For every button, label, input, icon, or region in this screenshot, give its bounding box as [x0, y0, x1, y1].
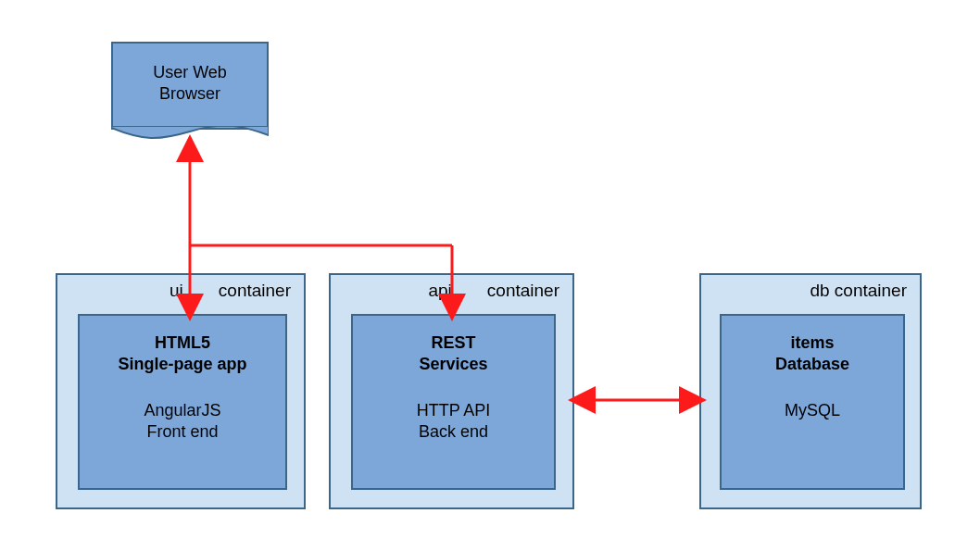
db-sub-line1: MySQL: [722, 400, 903, 421]
container-db: db container items Database MySQL: [699, 273, 922, 509]
browser-label-line1: User Web: [113, 62, 267, 83]
container-api-label: api container: [331, 275, 572, 301]
api-title-line2: Services: [353, 354, 554, 375]
architecture-diagram: User Web Browser ui container HTML5 Sing…: [0, 0, 980, 551]
container-db-label: db container: [701, 275, 920, 301]
container-db-inner: items Database MySQL: [720, 314, 905, 490]
ui-title-line2: Single-page app: [80, 354, 285, 375]
container-ui-label: ui container: [57, 275, 304, 301]
container-ui: ui container HTML5 Single-page app Angul…: [56, 273, 306, 509]
container-ui-inner: HTML5 Single-page app AngularJS Front en…: [78, 314, 287, 490]
container-api: api container REST Services HTTP API Bac…: [329, 273, 574, 509]
node-user-web-browser: User Web Browser: [111, 42, 269, 130]
db-title-line2: Database: [722, 354, 903, 375]
api-title-line1: REST: [353, 332, 554, 354]
ui-sub-line2: Front end: [80, 421, 285, 443]
api-sub-line1: HTTP API: [353, 400, 554, 421]
api-sub-line2: Back end: [353, 421, 554, 443]
browser-label-line2: Browser: [113, 83, 267, 105]
ui-title-line1: HTML5: [80, 332, 285, 354]
browser-wavy-bottom-icon: [111, 126, 269, 141]
db-title-line1: items: [722, 332, 903, 354]
container-api-inner: REST Services HTTP API Back end: [351, 314, 556, 490]
ui-sub-line1: AngularJS: [80, 400, 285, 421]
